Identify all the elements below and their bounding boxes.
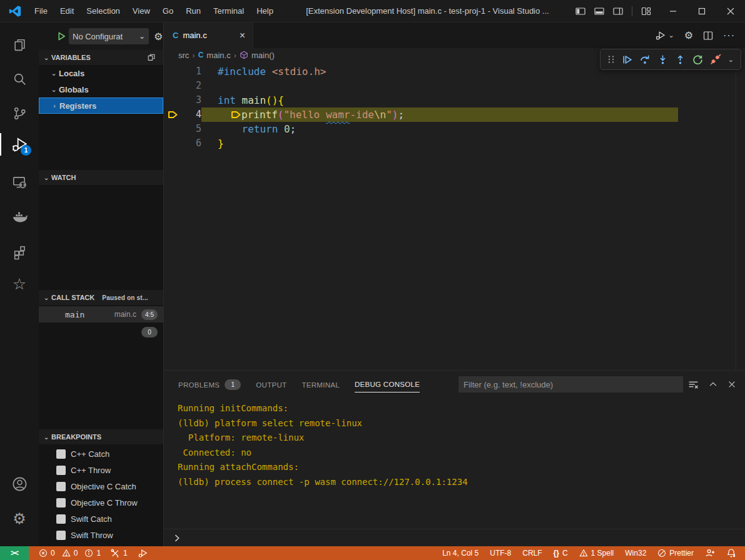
feedback-icon[interactable]: [705, 548, 715, 558]
line-number[interactable]: 5: [181, 122, 201, 136]
variables-section-header[interactable]: ⌄ VARIABLES: [39, 50, 163, 65]
continue-icon[interactable]: [622, 54, 632, 65]
console-filter-input[interactable]: [459, 376, 683, 392]
glyph-margin[interactable]: [164, 136, 181, 151]
line-number[interactable]: 3: [181, 93, 201, 108]
accounts-icon[interactable]: [0, 468, 39, 500]
tab-debug-console[interactable]: DEBUG CONSOLE: [355, 377, 420, 392]
menu-view[interactable]: View: [126, 0, 156, 22]
maximize-button[interactable]: [687, 0, 716, 22]
menu-selection[interactable]: Selection: [80, 0, 126, 22]
tab-terminal[interactable]: TERMINAL: [302, 378, 340, 392]
menu-edit[interactable]: Edit: [54, 0, 80, 22]
tab-output[interactable]: OUTPUT: [256, 378, 286, 392]
glyph-margin[interactable]: [164, 79, 181, 93]
tools-status[interactable]: 1: [111, 549, 128, 558]
customize-layout-icon[interactable]: [641, 6, 651, 16]
breakpoint-cpp-catch[interactable]: C++ Catch: [39, 446, 163, 462]
menu-help[interactable]: Help: [250, 0, 280, 22]
notifications-bell-icon[interactable]: [726, 548, 736, 558]
step-into-icon[interactable]: [657, 54, 668, 65]
breadcrumb-folder[interactable]: src: [178, 51, 189, 60]
formatter-status[interactable]: Prettier: [657, 549, 694, 558]
checkbox[interactable]: [56, 466, 66, 475]
editor-settings-gear-icon[interactable]: ⚙: [684, 29, 693, 41]
glyph-margin[interactable]: [164, 122, 181, 136]
search-icon[interactable]: [0, 62, 39, 95]
code-line[interactable]: 4printf("hello wamr-ide\n");: [164, 108, 736, 122]
step-out-icon[interactable]: [675, 54, 686, 65]
tab-problems[interactable]: PROBLEMS 1: [178, 376, 241, 394]
remote-explorer-icon[interactable]: [0, 166, 39, 199]
code-line[interactable]: 2: [164, 79, 736, 93]
cursor-position-status[interactable]: Ln 4, Col 5: [442, 549, 479, 558]
minimize-button[interactable]: [659, 0, 687, 22]
checkbox[interactable]: [56, 449, 66, 459]
language-status[interactable]: {} C: [554, 549, 568, 558]
execution-pointer-icon[interactable]: [164, 108, 181, 122]
run-or-debug-icon[interactable]: ⌄: [655, 30, 674, 41]
menu-run[interactable]: Run: [180, 0, 207, 22]
copy-icon[interactable]: [147, 53, 156, 62]
start-debug-icon[interactable]: [57, 31, 66, 41]
restart-icon[interactable]: [692, 54, 703, 65]
close-panel-icon[interactable]: [727, 380, 736, 389]
variables-scope-globals[interactable]: ⌄ Globals: [39, 81, 163, 98]
close-tab-icon[interactable]: ×: [238, 29, 246, 42]
encoding-status[interactable]: UTF-8: [490, 549, 511, 558]
toggle-panel-icon[interactable]: [594, 6, 604, 16]
thread-row[interactable]: 0: [39, 324, 163, 340]
variables-scope-locals[interactable]: ⌄ Locals: [39, 65, 163, 81]
checkbox[interactable]: [56, 531, 66, 540]
toggle-secondary-sidebar-icon[interactable]: [613, 6, 623, 16]
launch-config-dropdown[interactable]: No Configurat ⌄: [69, 28, 149, 44]
stack-frame-row[interactable]: main main.c 4:5: [39, 306, 163, 322]
glyph-margin[interactable]: [164, 93, 181, 108]
tab-main-c[interactable]: C main.c ×: [164, 22, 253, 48]
line-number[interactable]: 2: [181, 79, 201, 93]
chevron-down-icon[interactable]: ⌄: [728, 56, 734, 64]
console-input-row[interactable]: [164, 529, 745, 546]
menu-terminal[interactable]: Terminal: [207, 0, 250, 22]
maximize-panel-icon[interactable]: [709, 380, 717, 389]
breadcrumb-file[interactable]: main.c: [206, 51, 230, 60]
toolbar-drag-handle[interactable]: [607, 55, 615, 64]
run-and-debug-icon[interactable]: 1: [0, 128, 39, 161]
settings-gear-icon[interactable]: ⚙: [0, 502, 39, 535]
breakpoint-swift-throw[interactable]: Swift Throw: [39, 527, 163, 543]
call-stack-section-header[interactable]: ⌄ CALL STACK Paused on st...: [39, 290, 163, 305]
close-window-button[interactable]: [716, 0, 745, 22]
platform-status[interactable]: Win32: [625, 549, 646, 558]
variables-scope-registers[interactable]: › Registers: [39, 98, 163, 114]
debug-configure-gear-icon[interactable]: ⚙: [154, 31, 163, 42]
step-over-icon[interactable]: [639, 54, 651, 65]
watch-section-header[interactable]: ⌄ WATCH: [39, 170, 163, 185]
split-editor-icon[interactable]: [703, 31, 713, 41]
clear-console-icon[interactable]: [688, 379, 699, 390]
breakpoints-section-header[interactable]: ⌄ BREAKPOINTS: [39, 429, 163, 444]
code-line[interactable]: 5 return 0;: [164, 122, 736, 136]
wamr-ide-star-icon[interactable]: ☆: [0, 268, 39, 300]
debug-status[interactable]: [138, 548, 148, 559]
checkbox[interactable]: [56, 514, 66, 524]
breakpoint-objc-throw[interactable]: Objective C Throw: [39, 494, 163, 511]
code-line[interactable]: 6}: [164, 136, 736, 151]
code-editor[interactable]: 1#include <stdio.h>23int main(){4printf(…: [164, 62, 745, 370]
remote-indicator[interactable]: ><: [0, 546, 29, 560]
source-control-icon[interactable]: [0, 97, 39, 129]
menu-go[interactable]: Go: [156, 0, 180, 22]
breakpoint-cpp-throw[interactable]: C++ Throw: [39, 462, 163, 478]
code-line[interactable]: 3int main(){: [164, 93, 736, 108]
breakpoint-swift-catch[interactable]: Swift Catch: [39, 511, 163, 527]
breadcrumb-symbol[interactable]: main(): [251, 51, 275, 60]
eol-status[interactable]: CRLF: [522, 549, 542, 558]
breakpoint-objc-catch[interactable]: Objective C Catch: [39, 478, 163, 494]
line-number[interactable]: 6: [181, 136, 201, 151]
checkbox[interactable]: [56, 498, 66, 508]
toggle-sidebar-icon[interactable]: [575, 6, 585, 16]
extensions-icon[interactable]: [0, 236, 39, 268]
line-number[interactable]: 1: [181, 64, 201, 79]
menu-file[interactable]: File: [28, 0, 54, 22]
glyph-margin[interactable]: [164, 64, 181, 79]
line-number[interactable]: 4: [181, 108, 201, 122]
